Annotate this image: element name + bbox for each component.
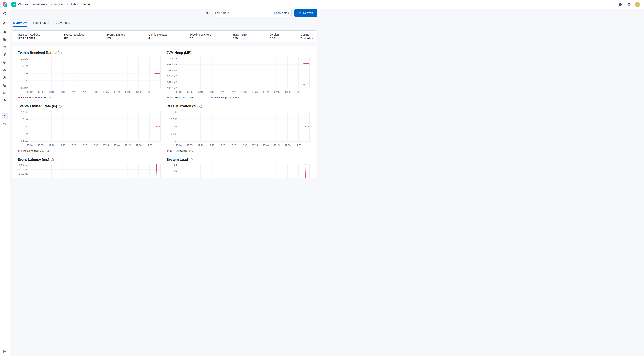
chart-event-latency: Event Latency (ms)17:0017:0517:1017:1517… — [18, 158, 164, 178]
info-icon[interactable] — [193, 52, 196, 54]
info-icon[interactable] — [190, 158, 193, 161]
sidebar-item-maps[interactable] — [2, 52, 8, 58]
svg-text:17:50: 17:50 — [136, 91, 142, 93]
sidebar-item-canvas[interactable] — [2, 44, 8, 50]
sidebar-item-users-roles[interactable] — [2, 74, 8, 81]
svg-text:17:15: 17:15 — [208, 144, 214, 147]
svg-text:17:10: 17:10 — [198, 144, 203, 147]
svg-text:17:35: 17:35 — [103, 91, 109, 93]
info-icon[interactable] — [51, 158, 54, 161]
tab-label: Overview — [13, 21, 27, 24]
stat-events-emitted: Events Emitted109 — [106, 33, 148, 40]
info-icon[interactable] — [61, 52, 64, 54]
stat-pipeline-workers: Pipeline Workers12 — [190, 33, 233, 40]
svg-text:17:55: 17:55 — [296, 144, 301, 147]
svg-text:17:20: 17:20 — [220, 144, 225, 147]
refresh-button[interactable]: Refresh — [294, 9, 317, 17]
info-icon[interactable] — [59, 105, 62, 108]
chart-plot-system-load: 17:0017:0517:1017:1517:2017:2517:3017:35… — [166, 164, 312, 178]
sidebar-item-discover[interactable] — [2, 21, 8, 27]
svg-text:17:45: 17:45 — [125, 91, 130, 93]
stat-version: Version8.0.0 — [270, 33, 300, 40]
stat-config-reloads: Config Reloads0 — [148, 33, 190, 40]
svg-text:17:45: 17:45 — [274, 144, 280, 147]
sidebar-item-stack-management[interactable] — [2, 120, 8, 127]
legend-label: Max Heap — [170, 96, 181, 99]
stat-label: Uptime — [300, 33, 317, 36]
breadcrumb-item-clusters[interactable]: Clusters — [18, 3, 28, 6]
tab-pipelines[interactable]: Pipelines — [33, 21, 50, 27]
legend-item-used-heap[interactable]: Used Heap327.4 MB — [211, 96, 239, 99]
svg-text:1 /s: 1 /s — [24, 133, 28, 135]
bar-chart-icon — [3, 30, 6, 33]
map-pin-icon — [3, 53, 6, 56]
breadcrumb-item-demo: demo — [82, 3, 90, 6]
svg-text:1.01 /s: 1.01 /s — [21, 58, 28, 60]
stat-value: 2 minutes — [300, 37, 317, 40]
breadcrumb: D Clusters/elasticsearch/Logstash/Nodes/… — [11, 2, 322, 7]
svg-text:17:40: 17:40 — [263, 144, 268, 147]
svg-text:-0.5 %: -0.5 % — [170, 133, 177, 135]
svg-text:17:05: 17:05 — [187, 91, 192, 93]
quick-select-time-button[interactable] — [203, 9, 213, 17]
svg-text:953.7 MB: 953.7 MB — [167, 63, 177, 66]
sidebar-item-stack-monitoring[interactable] — [2, 113, 8, 119]
sidebar-item-index-management[interactable] — [2, 82, 8, 88]
legend-label: Used Heap — [214, 96, 226, 99]
gear-icon — [3, 122, 6, 125]
svg-text:0.5 %: 0.5 % — [171, 118, 177, 121]
legend-value: 989.9 MB — [183, 96, 194, 99]
svg-text:17:25: 17:25 — [230, 144, 236, 147]
breadcrumb-item-nodes[interactable]: Nodes — [70, 3, 78, 6]
sidebar-item-machine-learning[interactable] — [2, 59, 8, 65]
legend-item-events-emitted-rate[interactable]: Events Emitted Rate1 /s — [18, 150, 49, 152]
svg-text:17:10: 17:10 — [48, 144, 54, 147]
chart-plot-jvm-heap: 17:0017:0517:1017:1517:2017:2517:3017:35… — [166, 57, 312, 94]
tab-advanced[interactable]: Advanced — [56, 21, 70, 27]
tab-overview[interactable]: Overview — [13, 21, 27, 27]
sidebar-item-graph[interactable] — [2, 67, 8, 73]
stat-label: Version — [270, 33, 300, 36]
svg-text:17:30: 17:30 — [241, 91, 247, 93]
sidebar-item-dev-tools[interactable] — [2, 105, 8, 111]
main-content: Last 1 hour Show dates Refresh OverviewP… — [10, 9, 322, 178]
stat-label: Events Emitted — [106, 33, 148, 36]
chart-title-events-received-rate: Events Received Rate (/s) — [18, 51, 60, 55]
breadcrumb-item-logstash[interactable]: Logstash — [54, 3, 65, 6]
svg-text:1,003 ms: 1,003 ms — [18, 172, 28, 175]
chevron-down-icon — [208, 12, 211, 14]
kibana-logo[interactable] — [0, 0, 10, 9]
stat-label: Pipeline Workers — [190, 33, 233, 36]
legend-value: 327.4 MB — [228, 96, 239, 99]
stat-label: Events Received — [64, 33, 106, 36]
cube-icon — [3, 45, 6, 48]
breadcrumb-item-elasticsearch[interactable]: elasticsearch — [33, 3, 49, 6]
show-dates-button[interactable]: Show dates — [272, 12, 292, 14]
svg-text:17:25: 17:25 — [81, 144, 87, 147]
sidebar-item-uptime[interactable] — [2, 90, 8, 96]
svg-text:17:30: 17:30 — [92, 144, 98, 147]
svg-text:1,003.1 ms: 1,003.1 ms — [18, 168, 28, 171]
sidebar-item-visualize-library[interactable] — [2, 28, 8, 34]
refresh-icon — [298, 12, 302, 14]
svg-text:190.7 MB: 190.7 MB — [167, 87, 177, 90]
node-summary-bar: Transport Address127.0.0.1:9600Events Re… — [12, 30, 317, 42]
stat-batch-size: Batch Size125 — [233, 33, 270, 40]
svg-text:17:05: 17:05 — [38, 91, 44, 93]
sidebar-item-dashboard[interactable] — [2, 36, 8, 42]
chart-plot-events-received-rate: 17:0017:0517:1017:1517:2017:2517:3017:35… — [18, 57, 164, 94]
svg-text:17:35: 17:35 — [252, 144, 258, 147]
legend-item-events-received-rate[interactable]: Events Received Rate1 /s — [18, 96, 52, 99]
sidebar-item-security[interactable] — [2, 98, 8, 104]
legend-item-cpu-utilization[interactable]: CPU Utilization0 % — [167, 150, 193, 152]
info-icon[interactable] — [199, 105, 202, 108]
legend-item-max-heap[interactable]: Max Heap989.9 MB — [167, 96, 194, 99]
chart-events-emitted-rate: Events Emitted Rate (/s)17:0017:0517:101… — [18, 104, 164, 152]
chart-cpu-utilization: CPU Utilization (%)17:0017:0517:1017:151… — [166, 104, 312, 152]
users-icon — [3, 76, 6, 79]
sidebar-item-recently-viewed[interactable] — [2, 10, 8, 17]
check-circle-icon — [3, 92, 6, 94]
space-badge[interactable]: D — [11, 2, 16, 7]
time-range-display[interactable]: Last 1 hour — [213, 12, 272, 14]
svg-text:572.2 MB: 572.2 MB — [167, 75, 177, 78]
